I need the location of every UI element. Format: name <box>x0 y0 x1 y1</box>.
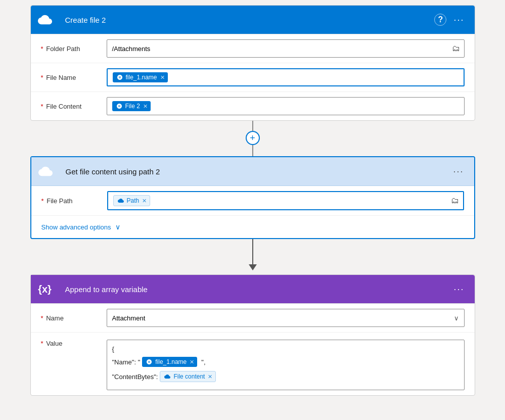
file-path-folder-icon: 🗂 <box>451 196 459 205</box>
create-file-title: Create file 2 <box>59 16 435 24</box>
value-name-token-close[interactable]: ✕ <box>190 359 194 365</box>
array-name-value: Attachment <box>112 314 146 322</box>
value-name-key: "Name": " <box>112 358 141 366</box>
array-name-row: * Name Attachment ∨ <box>31 304 475 333</box>
value-content-token[interactable]: File content ✕ <box>160 371 216 382</box>
file-path-input[interactable]: Path ✕ 🗂 <box>107 191 464 210</box>
value-name-token-label: file_1.name <box>155 358 187 365</box>
get-file-card: Get file content using path 2 ··· * File… <box>30 156 475 239</box>
create-file-card: Create file 2 ? ··· * Folder Path /Attac… <box>30 5 475 121</box>
file-content-token[interactable]: File 2 ✕ <box>112 101 151 111</box>
file-path-label: * File Path <box>41 197 107 205</box>
array-value-input[interactable]: { "Name": " file_1.name ✕ ", <box>107 340 465 390</box>
show-advanced-label: Show advanced options <box>41 223 111 231</box>
create-file-icon <box>31 6 59 34</box>
array-name-required: * <box>41 314 43 322</box>
folder-path-folder-icon: 🗂 <box>452 44 460 53</box>
file-path-token-icon <box>117 197 125 205</box>
file-name-token-close[interactable]: ✕ <box>160 74 165 81</box>
workflow-canvas: Create file 2 ? ··· * Folder Path /Attac… <box>0 0 505 411</box>
connector-1: + <box>246 121 260 156</box>
connector-2-arrow <box>249 264 257 270</box>
array-name-label: * Name <box>41 314 107 322</box>
show-advanced-options[interactable]: Show advanced options ∨ <box>31 216 474 238</box>
connector-1-top-line <box>252 121 253 131</box>
append-array-card: {x} Append to array variable ··· * Name … <box>30 274 475 396</box>
add-step-button-1[interactable]: + <box>246 131 260 145</box>
file-path-row: * File Path Path ✕ 🗂 <box>31 186 474 216</box>
value-content-token-label: File content <box>173 373 205 380</box>
chevron-down-icon: ∨ <box>115 223 120 231</box>
file-path-token-label: Path <box>127 197 140 204</box>
file-path-token-close[interactable]: ✕ <box>142 198 147 204</box>
file-name-token-icon <box>116 73 124 81</box>
array-value-label: * Value <box>41 340 107 347</box>
file-content-token-close[interactable]: ✕ <box>143 103 148 110</box>
create-file-menu: ? ··· <box>434 13 474 27</box>
folder-path-row: * Folder Path /Attachments 🗂 <box>31 34 475 63</box>
value-name-token[interactable]: file_1.name ✕ <box>142 357 197 367</box>
value-brace-open: { <box>112 345 114 353</box>
create-file-more-button[interactable]: ··· <box>450 13 467 27</box>
append-array-menu: ··· <box>450 282 474 297</box>
value-content-key: "ContentBytes": <box>112 373 158 381</box>
value-name-suffix: ", <box>201 358 205 366</box>
plus-icon-1: + <box>250 133 255 144</box>
folder-path-input[interactable]: /Attachments 🗂 <box>107 39 465 58</box>
create-file-header: Create file 2 ? ··· <box>31 6 475 34</box>
append-array-header: {x} Append to array variable ··· <box>31 275 475 304</box>
file-name-token-label: file_1.name <box>126 74 157 81</box>
value-line-1: { <box>112 345 459 353</box>
value-content-token-icon <box>163 372 171 381</box>
array-value-required: * <box>41 340 43 347</box>
file-path-token[interactable]: Path ✕ <box>113 195 151 206</box>
get-file-body: * File Path Path ✕ 🗂 <box>31 186 474 238</box>
get-file-icon <box>31 157 60 185</box>
connector-2-line <box>252 239 253 264</box>
file-name-label: * File Name <box>41 74 107 81</box>
file-path-required: * <box>41 197 44 205</box>
file-content-input[interactable]: File 2 ✕ <box>107 97 465 115</box>
append-array-title: Append to array variable <box>59 285 451 294</box>
append-array-more-button[interactable]: ··· <box>450 282 467 297</box>
append-array-icon: {x} <box>31 275 59 303</box>
connector-2 <box>249 239 257 274</box>
file-name-token[interactable]: file_1.name ✕ <box>113 72 168 82</box>
get-file-menu: ··· <box>450 164 474 179</box>
append-array-body: * Name Attachment ∨ * Value { <box>31 304 475 395</box>
folder-path-required: * <box>41 45 43 53</box>
file-content-token-icon <box>115 102 123 110</box>
file-content-required: * <box>41 103 43 110</box>
value-line-2: "Name": " file_1.name ✕ ", <box>112 357 459 367</box>
file-content-token-label: File 2 <box>125 103 140 110</box>
value-content-token-close[interactable]: ✕ <box>208 374 212 380</box>
array-value-row: * Value { "Name": " <box>31 333 475 395</box>
array-name-dropdown[interactable]: Attachment ∨ <box>107 309 465 327</box>
create-file-help-button[interactable]: ? <box>434 14 446 26</box>
value-line-3: "ContentBytes": File content ✕ <box>112 371 459 382</box>
file-name-input[interactable]: file_1.name ✕ <box>107 68 465 86</box>
value-name-token-icon <box>145 358 153 366</box>
folder-path-value: /Attachments <box>112 45 151 53</box>
file-name-row: * File Name file_1.name ✕ <box>31 63 475 92</box>
file-content-label: * File Content <box>41 103 107 110</box>
connector-1-bottom-line <box>252 145 253 156</box>
get-file-title: Get file content using path 2 <box>60 167 450 176</box>
folder-path-label: * Folder Path <box>41 45 107 53</box>
get-file-more-button[interactable]: ··· <box>450 164 467 179</box>
array-name-chevron-icon: ∨ <box>454 314 459 322</box>
get-file-header: Get file content using path 2 ··· <box>31 157 474 186</box>
create-file-body: * Folder Path /Attachments 🗂 * File Name <box>31 34 475 120</box>
file-content-row: * File Content File 2 ✕ <box>31 92 475 120</box>
file-name-required: * <box>41 74 43 81</box>
